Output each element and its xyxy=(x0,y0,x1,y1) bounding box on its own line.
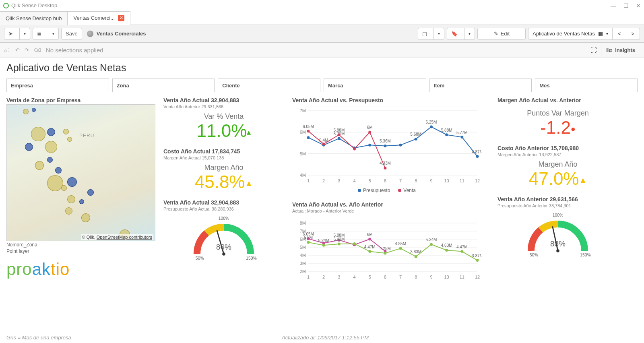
tab-close-icon[interactable]: ✕ xyxy=(118,15,124,21)
insights-label: Insights xyxy=(615,47,635,53)
svg-text:5M: 5M xyxy=(300,151,306,156)
svg-text:4.87M: 4.87M xyxy=(472,150,481,154)
svg-text:12: 12 xyxy=(475,275,480,279)
list-icon: ≣ xyxy=(37,31,41,37)
svg-text:7: 7 xyxy=(399,275,402,279)
options-button[interactable]: ≣ ▾ xyxy=(33,28,59,40)
save-button[interactable]: Save xyxy=(61,28,82,40)
svg-text:50%: 50% xyxy=(530,253,538,257)
navigate-button[interactable]: ➤ ▾ xyxy=(4,28,30,40)
filter-cliente[interactable]: Cliente xyxy=(218,79,320,92)
svg-point-86 xyxy=(368,238,371,241)
kpi-var-venta-value[interactable]: 11.0%▴ xyxy=(163,121,284,141)
selections-tool-icon[interactable]: ⛶ xyxy=(590,47,597,54)
edit-label: Edit xyxy=(501,31,510,37)
map-attribution-link[interactable]: OpenStreetMap contributors xyxy=(97,235,152,240)
svg-text:6M: 6M xyxy=(367,125,373,130)
caret-down-icon: ▾ xyxy=(469,31,471,36)
insights-icon: Ⅱα xyxy=(606,47,612,53)
map-attribution: © Qlik, OpenStreetMap contributors xyxy=(81,234,153,240)
svg-text:10: 10 xyxy=(444,178,449,183)
svg-text:8M: 8M xyxy=(300,221,306,225)
caret-down-icon: ▾ xyxy=(52,31,54,36)
svg-point-94 xyxy=(353,242,356,245)
svg-text:6.25M: 6.25M xyxy=(426,120,437,124)
svg-text:5.77M: 5.77M xyxy=(456,130,468,135)
clear-selections-icon[interactable]: ⌫ xyxy=(34,47,41,53)
filter-zona[interactable]: Zona xyxy=(112,79,215,92)
chart-presupuesto-title: Venta Año Actual vs. Presupuesto xyxy=(292,97,481,103)
tab-ventas[interactable]: Ventas Comerci... ✕ xyxy=(68,11,130,25)
sheet-selector[interactable]: Aplicativo de Ventas Netas ▦ ▾ xyxy=(528,28,613,40)
svg-text:5.36M: 5.36M xyxy=(380,139,391,143)
caret-down-icon: ▾ xyxy=(438,31,440,36)
close-button[interactable]: ✕ xyxy=(636,2,641,9)
prev-sheet-button[interactable]: < xyxy=(613,28,626,40)
bookmark-button[interactable]: 🔖 ▾ xyxy=(447,28,475,40)
chart-presupuesto[interactable]: 4M5M6M7M1234567891011125.4M5.71M5.36M5.6… xyxy=(292,104,481,185)
svg-text:100%: 100% xyxy=(553,213,564,217)
kpi-puntos-var-value[interactable]: -1.2● xyxy=(497,118,618,138)
svg-text:3M: 3M xyxy=(300,261,306,266)
svg-text:7M: 7M xyxy=(300,108,306,113)
svg-point-47 xyxy=(322,143,325,145)
save-label: Save xyxy=(66,31,78,37)
next-sheet-button[interactable]: > xyxy=(626,28,640,40)
kpi-puntos-var-label: Puntos Var Margen xyxy=(497,109,618,118)
up-arrow-icon: ▴ xyxy=(247,128,251,136)
svg-text:5M: 5M xyxy=(300,245,306,250)
svg-text:6.05M: 6.05M xyxy=(303,124,314,129)
svg-point-49 xyxy=(353,147,356,150)
footer-updated: Actualizado al: 1/09/2017 1:12:55 PM xyxy=(282,335,369,341)
gauge-actual[interactable]: 100% 86% 50% 150% xyxy=(163,215,284,263)
filter-item[interactable]: Item xyxy=(429,79,532,92)
tab-hub[interactable]: Qlik Sense Desktop hub xyxy=(0,11,68,25)
kpi-margen-ant-value[interactable]: 47.0%▲ xyxy=(497,169,618,189)
map-title: Venta de Zona por Empresa xyxy=(6,97,155,103)
minimize-button[interactable]: — xyxy=(611,2,616,9)
svg-text:5: 5 xyxy=(369,178,371,183)
pencil-icon: ✎ xyxy=(494,31,498,37)
filter-empresa[interactable]: Empresa xyxy=(6,79,109,92)
app-logo-icon xyxy=(3,3,9,8)
edit-button[interactable]: ✎ Edit xyxy=(477,28,526,40)
svg-text:86%: 86% xyxy=(216,243,231,251)
map-chart[interactable]: PERU xyxy=(6,104,155,241)
svg-text:6: 6 xyxy=(384,275,386,279)
svg-text:5.6M: 5.6M xyxy=(304,236,313,240)
tab-hub-label: Qlik Sense Desktop hub xyxy=(6,15,62,21)
story-button[interactable]: ▢ ▾ xyxy=(418,28,444,40)
smart-search-icon[interactable]: ⌕⁚ xyxy=(4,47,10,53)
svg-point-101 xyxy=(460,250,463,253)
maximize-button[interactable]: ☐ xyxy=(623,2,629,9)
svg-text:3: 3 xyxy=(338,275,340,279)
app-name-label: Ventas Comerciales xyxy=(97,31,146,37)
svg-text:12: 12 xyxy=(475,178,480,183)
svg-text:4.47M: 4.47M xyxy=(456,245,468,249)
svg-text:5.88M: 5.88M xyxy=(333,128,345,132)
bookmark-icon: 🔖 xyxy=(451,31,458,37)
caret-down-icon: ▾ xyxy=(606,31,608,36)
globe-icon xyxy=(87,31,93,37)
svg-text:1: 1 xyxy=(307,275,310,279)
chart-anterior[interactable]: 2M3M4M5M6M7M8M1234567891011126.05M5.88M6… xyxy=(292,217,481,281)
filter-marca[interactable]: Marca xyxy=(324,79,426,92)
tab-bar: Qlik Sense Desktop hub Ventas Comerci...… xyxy=(0,11,644,25)
gauge-anterior[interactable]: 100% 88% 50% 150% xyxy=(497,211,618,260)
kpi-margen-value[interactable]: 45.8%▲ xyxy=(163,172,284,192)
svg-point-93 xyxy=(338,243,341,246)
step-back-icon[interactable]: ↶ xyxy=(15,47,20,53)
kpi-margen-ant-label: Margen Año xyxy=(497,160,618,169)
svg-text:8: 8 xyxy=(415,275,417,279)
filter-mes[interactable]: Mes xyxy=(535,79,638,92)
step-forward-icon[interactable]: ↷ xyxy=(25,47,29,53)
svg-text:6M: 6M xyxy=(367,232,373,237)
no-selections-text: No selections applied xyxy=(46,47,103,54)
insights-button[interactable]: Ⅱα Insights xyxy=(601,44,640,56)
svg-text:150%: 150% xyxy=(580,253,591,257)
svg-text:10: 10 xyxy=(444,275,449,279)
svg-text:4.25M: 4.25M xyxy=(380,246,391,251)
footer-note: Gris = Más de una empresa xyxy=(6,335,71,341)
kpi-costo-actual-title: Costo Año Actual 17,834,745 xyxy=(163,148,284,155)
tab-ventas-label: Ventas Comerci... xyxy=(73,15,115,21)
